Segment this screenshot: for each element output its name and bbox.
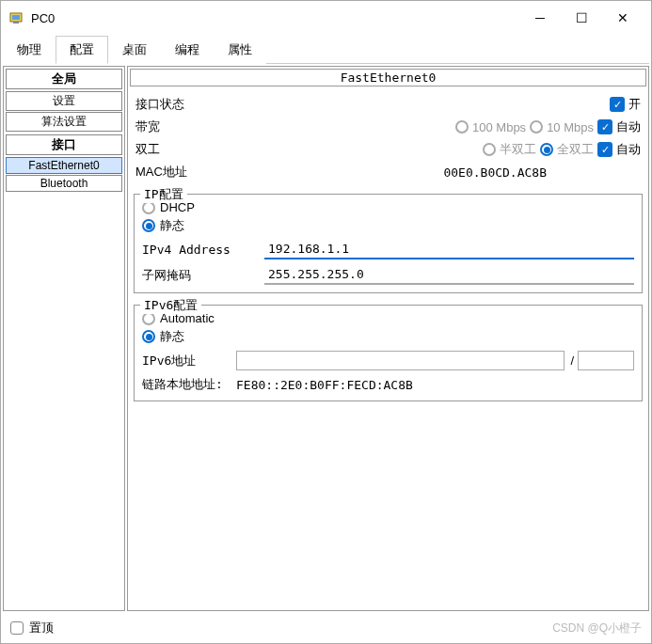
duplex-auto-label: 自动 bbox=[616, 141, 641, 158]
subnet-input[interactable] bbox=[264, 265, 634, 285]
maximize-button[interactable]: ☐ bbox=[561, 5, 602, 31]
tab-config[interactable]: 配置 bbox=[56, 36, 108, 64]
ipv6-auto-option[interactable]: Automatic bbox=[142, 311, 634, 325]
linklocal-value[interactable]: FE80::2E0:B0FF:FECD:AC8B bbox=[236, 378, 634, 392]
app-icon bbox=[8, 9, 25, 26]
tabs: 物理 配置 桌面 编程 属性 bbox=[3, 35, 649, 64]
bandwidth-auto-checkbox[interactable]: ✓ bbox=[597, 119, 612, 134]
ipv6-static-radio[interactable] bbox=[142, 330, 155, 343]
ip-static-radio[interactable] bbox=[142, 219, 155, 232]
credit-text: CSDN @Q小橙子 bbox=[552, 620, 642, 636]
window: PC0 ─ ☐ ✕ 物理 配置 桌面 编程 属性 全局 设置 算法设置 接口 F… bbox=[0, 0, 652, 644]
bandwidth-10-radio[interactable] bbox=[530, 120, 543, 134]
ip-config-group: IP配置 DHCP 静态 IPv4 Address 子网掩码 bbox=[134, 194, 643, 293]
ip-config-legend: IP配置 bbox=[140, 186, 187, 203]
always-on-top-checkbox[interactable] bbox=[10, 621, 24, 635]
port-status-label: 接口状态 bbox=[135, 96, 220, 113]
ipv6-prefix-slash: / bbox=[570, 353, 574, 368]
sidebar: 全局 设置 算法设置 接口 FastEthernet0 Bluetooth bbox=[3, 66, 125, 611]
svg-rect-1 bbox=[12, 15, 20, 20]
bandwidth-100-label: 100 Mbps bbox=[472, 120, 526, 134]
duplex-full-radio[interactable] bbox=[540, 143, 553, 156]
svg-rect-2 bbox=[13, 22, 19, 24]
ip-static-label: 静态 bbox=[160, 217, 184, 234]
bandwidth-100-radio[interactable] bbox=[455, 120, 469, 134]
ipv6-static-option[interactable]: 静态 bbox=[142, 328, 634, 345]
sidebar-item-settings[interactable]: 设置 bbox=[6, 91, 122, 111]
tab-attributes[interactable]: 属性 bbox=[214, 36, 266, 64]
sidebar-item-fastethernet0[interactable]: FastEthernet0 bbox=[6, 157, 122, 174]
titlebar: PC0 ─ ☐ ✕ bbox=[1, 1, 651, 35]
bandwidth-10-label: 10 Mbps bbox=[547, 120, 594, 134]
ipv4-input[interactable] bbox=[264, 240, 634, 259]
port-status-checkbox[interactable]: ✓ bbox=[610, 97, 625, 112]
linklocal-label: 链路本地地址: bbox=[142, 376, 236, 393]
window-title: PC0 bbox=[31, 11, 519, 25]
mac-value[interactable]: 00E0.B0CD.AC8B bbox=[443, 165, 547, 180]
ip-static-option[interactable]: 静态 bbox=[142, 217, 634, 234]
duplex-half-label: 半双工 bbox=[500, 141, 536, 158]
duplex-half-radio[interactable] bbox=[483, 143, 496, 156]
bandwidth-auto-label: 自动 bbox=[616, 118, 641, 135]
ip-dhcp-option[interactable]: DHCP bbox=[142, 200, 634, 214]
panel-title: FastEthernet0 bbox=[130, 69, 646, 86]
ipv6-config-group: IPv6配置 Automatic 静态 IPv6地址 / 链路本地地址: bbox=[134, 305, 643, 401]
tab-desktop[interactable]: 桌面 bbox=[108, 36, 161, 64]
mac-label: MAC地址 bbox=[135, 164, 220, 181]
ipv6-config-legend: IPv6配置 bbox=[140, 297, 201, 314]
ipv6-static-label: 静态 bbox=[160, 328, 184, 345]
sidebar-item-bluetooth[interactable]: Bluetooth bbox=[6, 175, 122, 192]
subnet-label: 子网掩码 bbox=[142, 267, 264, 284]
footer: 置顶 CSDN @Q小橙子 bbox=[1, 613, 651, 643]
tab-programming[interactable]: 编程 bbox=[161, 36, 214, 64]
ipv6-prefix-input[interactable] bbox=[578, 351, 634, 370]
ipv6-address-input[interactable] bbox=[236, 351, 565, 370]
main-panel: FastEthernet0 接口状态 ✓ 开 带宽 100 Mbps bbox=[127, 66, 649, 611]
duplex-label: 双工 bbox=[135, 141, 220, 158]
minimize-button[interactable]: ─ bbox=[519, 5, 561, 31]
sidebar-item-algorithm[interactable]: 算法设置 bbox=[6, 112, 122, 132]
duplex-full-label: 全双工 bbox=[557, 141, 594, 158]
tab-physical[interactable]: 物理 bbox=[3, 36, 56, 64]
always-on-top-label: 置顶 bbox=[29, 620, 54, 636]
duplex-auto-checkbox[interactable]: ✓ bbox=[597, 142, 612, 157]
port-status-on-label: 开 bbox=[628, 96, 641, 113]
ipv6-address-label: IPv6地址 bbox=[142, 353, 236, 369]
bandwidth-label: 带宽 bbox=[135, 118, 220, 135]
sidebar-header-global: 全局 bbox=[6, 69, 122, 89]
close-button[interactable]: ✕ bbox=[602, 5, 644, 31]
ipv4-label: IPv4 Address bbox=[142, 243, 264, 257]
sidebar-header-interface: 接口 bbox=[6, 134, 122, 155]
